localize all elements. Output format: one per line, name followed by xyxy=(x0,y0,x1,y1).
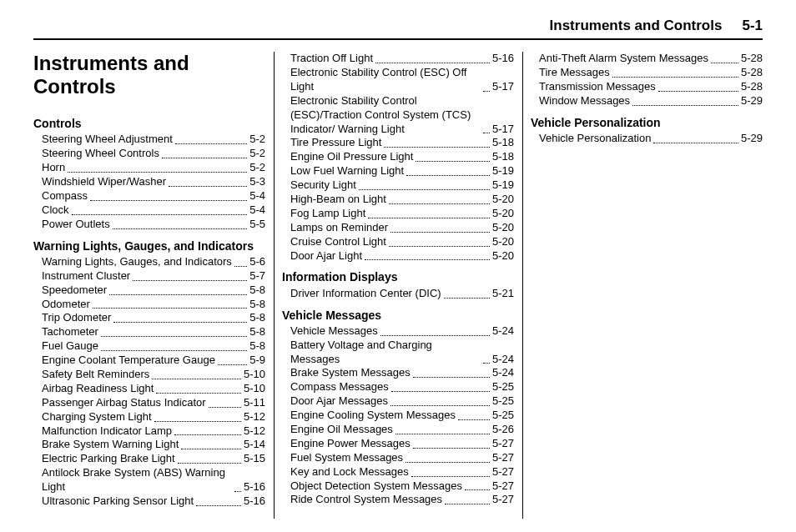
toc-entry-label: Engine Power Messages xyxy=(290,437,411,451)
toc-entry-label: Brake System Messages xyxy=(290,366,411,380)
leader-dots xyxy=(658,91,738,92)
toc-entry-label: Engine Oil Messages xyxy=(290,423,393,437)
toc-entry: Engine Oil Messages5-26 xyxy=(282,423,514,437)
toc-entry-label: Electric Parking Brake Light xyxy=(42,452,175,466)
header-title: Instruments and Controls xyxy=(550,17,723,35)
toc-entry-label: Window Messages xyxy=(539,94,630,108)
toc-entry-label: Safety Belt Reminders xyxy=(42,368,149,382)
toc-entry: Low Fuel Warning Light5-19 xyxy=(282,164,514,178)
section-heading: Warning Lights, Gauges, and Indicators xyxy=(33,238,265,253)
toc-entry: Transmission Messages5-28 xyxy=(531,80,763,94)
toc-entry-label: Windshield Wiper/Washer xyxy=(42,175,166,189)
toc-entry-label: Engine Coolant Temperature Gauge xyxy=(42,354,215,368)
leader-dots xyxy=(375,63,490,63)
leader-dots xyxy=(365,259,490,260)
leader-dots xyxy=(169,186,247,187)
toc-entry: Electric Parking Brake Light5-15 xyxy=(33,452,265,466)
toc-entry-page: 5-12 xyxy=(244,424,265,439)
toc-entry-page: 5-2 xyxy=(249,147,265,161)
leader-dots xyxy=(175,143,247,144)
leader-dots xyxy=(395,434,490,434)
leader-dots xyxy=(653,143,738,143)
leader-dots xyxy=(413,377,490,378)
leader-dots xyxy=(174,434,241,435)
leader-dots xyxy=(483,133,490,133)
toc-entry-page: 5-16 xyxy=(492,52,514,66)
toc-entry: Security Light5-19 xyxy=(282,178,514,193)
toc-entry: Clock5-4 xyxy=(33,203,265,218)
toc-entry-page: 5-28 xyxy=(741,66,763,80)
leader-dots xyxy=(218,364,247,365)
leader-dots xyxy=(384,147,490,148)
toc-entry-label: Door Ajar Messages xyxy=(290,394,388,409)
toc-entry: Tire Messages5-28 xyxy=(531,66,763,80)
toc-entry-page: 5-20 xyxy=(492,193,514,207)
toc-entry-page: 5-20 xyxy=(492,207,514,221)
toc-entry: Windshield Wiper/Washer5-3 xyxy=(33,175,265,189)
toc-entry: Electronic Stability Control (ESC)/Tract… xyxy=(282,94,514,137)
toc-entry: Object Detection System Messages5-27 xyxy=(282,479,514,494)
leader-dots xyxy=(444,298,490,299)
toc-entry-page: 5-24 xyxy=(492,366,514,380)
leader-dots xyxy=(612,77,738,78)
toc-entry-page: 5-9 xyxy=(249,354,265,368)
page-header: Instruments and Controls 5-1 xyxy=(33,17,763,40)
toc-entry-label: Speedometer xyxy=(42,284,107,298)
leader-dots xyxy=(90,200,247,201)
leader-dots xyxy=(181,449,241,449)
toc-entry-page: 5-27 xyxy=(492,437,514,451)
leader-dots xyxy=(406,175,490,176)
section-heading: Information Displays xyxy=(282,269,514,284)
toc-entry: High-Beam on Light5-20 xyxy=(282,193,514,207)
leader-dots xyxy=(156,393,241,394)
toc-entry-page: 5-6 xyxy=(249,255,265,269)
toc-entry-label: Clock xyxy=(42,203,69,218)
toc-entry: Steering Wheel Controls5-2 xyxy=(33,147,265,161)
toc-entry: Power Outlets5-5 xyxy=(33,218,265,232)
toc-entry-page: 5-2 xyxy=(249,133,265,147)
toc-entry: Ultrasonic Parking Sensor Light5-16 xyxy=(33,494,265,509)
leader-dots xyxy=(411,476,490,477)
toc-entry: Vehicle Personalization5-29 xyxy=(531,132,763,146)
toc-entry-page: 5-20 xyxy=(492,221,514,235)
toc-entry-label: Instrument Cluster xyxy=(42,269,130,284)
toc-entry-label: Steering Wheel Controls xyxy=(42,147,159,161)
toc-entry-page: 5-27 xyxy=(492,465,514,479)
toc-entry-page: 5-8 xyxy=(249,298,265,312)
toc-entry: Steering Wheel Adjustment5-2 xyxy=(33,133,265,147)
toc-entry: Engine Oil Pressure Light5-18 xyxy=(282,150,514,164)
leader-dots xyxy=(93,308,247,309)
toc-entry: Fog Lamp Light5-20 xyxy=(282,207,514,221)
toc-entry-label: Compass xyxy=(42,189,88,203)
toc-entry: Odometer5-8 xyxy=(33,298,265,312)
toc-entry-label: Steering Wheel Adjustment xyxy=(42,133,173,147)
toc-entry: Brake System Warning Light5-14 xyxy=(33,438,265,452)
toc-entry-label: Key and Lock Messages xyxy=(290,465,409,479)
toc-entry-page: 5-8 xyxy=(249,311,265,325)
toc-entry-page: 5-25 xyxy=(492,380,514,394)
leader-dots xyxy=(101,336,247,337)
toc-entry-label: Passenger Airbag Status Indicator xyxy=(42,396,206,410)
toc-entry: Driver Information Center (DIC)5-21 xyxy=(282,287,514,301)
leader-dots xyxy=(133,280,247,281)
leader-dots xyxy=(391,391,490,392)
section-heading: Controls xyxy=(33,116,265,131)
leader-dots xyxy=(413,448,490,449)
toc-entry-label: Vehicle Personalization xyxy=(539,132,651,146)
toc-entry: Malfunction Indicator Lamp5-12 xyxy=(33,424,265,439)
toc-entry: Safety Belt Reminders5-10 xyxy=(33,368,265,382)
toc-entry: Engine Cooling System Messages5-25 xyxy=(282,409,514,423)
toc-entry-label: Fuel System Messages xyxy=(290,451,403,465)
toc-entry-label: Charging System Light xyxy=(42,410,152,424)
toc-entry-page: 5-11 xyxy=(244,396,265,410)
toc-entry: Electronic Stability Control (ESC) Off L… xyxy=(282,66,514,94)
leader-dots xyxy=(465,489,490,490)
toc-entry-label: Security Light xyxy=(290,178,356,193)
toc-entry-label: Fuel Gauge xyxy=(42,339,98,354)
section-heading: Vehicle Messages xyxy=(282,308,514,323)
toc-entry-label: Vehicle Messages xyxy=(290,324,378,339)
toc-entry: Passenger Airbag Status Indicator5-11 xyxy=(33,396,265,410)
toc-entry: Door Ajar Messages5-25 xyxy=(282,394,514,409)
leader-dots xyxy=(178,463,241,464)
toc-entry-label: Warning Lights, Gauges, and Indicators xyxy=(42,255,232,269)
